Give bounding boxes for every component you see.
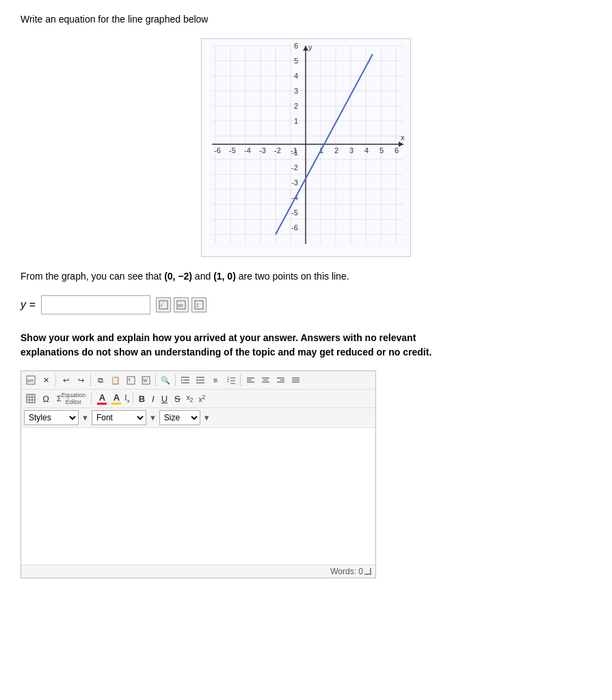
styles-arrow: ▼ [81, 414, 89, 422]
toolbar-row-1: src ✕ ↩ ↪ ⧉ 📋 T W 🔍 [21, 371, 375, 390]
align-right-btn[interactable] [274, 373, 287, 387]
x-label--5: -5 [229, 146, 236, 154]
answer-icon-group: √ ab Σ [156, 297, 207, 312]
svg-rect-64 [27, 394, 35, 403]
answer-label: y = [21, 299, 36, 311]
sep-5 [240, 374, 241, 386]
clear-format-btn[interactable]: Ix [124, 393, 129, 404]
toolbar-row-3: Styles ▼ Font ▼ Size ▼ [21, 408, 375, 428]
y-axis-label: y [308, 43, 312, 51]
sep-7 [133, 392, 133, 405]
y-label--2: -2 [291, 163, 298, 172]
y-label--3: -3 [291, 178, 298, 187]
x-axis-label: x [401, 133, 405, 142]
hint-text: From the graph, you can see that (0, −2)… [21, 271, 591, 282]
styles-dropdown[interactable]: Styles [24, 410, 79, 425]
svg-text:src: src [27, 378, 34, 383]
x-label-4: 4 [364, 146, 369, 154]
formula-icon-3[interactable]: Σ [191, 297, 207, 312]
subscript-btn[interactable]: x2 [185, 393, 196, 404]
y-axis-arrow [303, 46, 308, 51]
list-ordered-btn[interactable]: 1. 2. [224, 373, 237, 387]
instructions: Show your work and explain how you arriv… [21, 331, 591, 360]
paste-text-btn[interactable]: T [124, 373, 137, 387]
y-label--1: -1 [291, 148, 298, 157]
align-left-btn[interactable] [243, 373, 257, 387]
size-dropdown[interactable]: Size [159, 410, 200, 425]
copy-btn[interactable]: ⧉ [94, 373, 107, 387]
x-label-5: 5 [380, 146, 384, 154]
y-label--5: -5 [291, 208, 298, 217]
x-label--3: -3 [259, 146, 266, 154]
svg-text:Σ: Σ [196, 303, 200, 308]
y-label-3: 3 [294, 87, 298, 95]
y-label-1: 1 [294, 117, 298, 125]
y-label-2: 2 [294, 102, 298, 110]
x-label-2: 2 [334, 146, 338, 154]
equation-btn[interactable]: Σ EquationEditor [54, 392, 88, 405]
sep-3 [155, 374, 156, 386]
x-label--4: -4 [244, 146, 251, 154]
bold-btn[interactable]: B [136, 393, 148, 405]
omega-btn[interactable]: Ω [39, 392, 53, 405]
svg-text:W: W [143, 378, 148, 383]
x-label-6: 6 [395, 146, 399, 154]
list-indent-btn[interactable] [178, 373, 192, 387]
svg-marker-46 [196, 379, 198, 381]
underline-btn[interactable]: U [159, 393, 170, 405]
sep-4 [175, 374, 176, 386]
graph-svg: x y -6 -5 -4 -3 -2 -1 1 2 3 4 5 6 6 5 4 … [201, 38, 411, 257]
paste-word-btn[interactable]: W [139, 373, 152, 387]
formula-icon-1[interactable]: √ [156, 297, 171, 312]
table-btn[interactable] [24, 392, 38, 405]
answer-row: y = √ ab Σ [21, 295, 591, 314]
font-color-btn[interactable]: A [97, 393, 107, 405]
source-btn[interactable]: src [24, 373, 38, 387]
align-center-btn[interactable] [258, 373, 272, 387]
paste-btn[interactable]: 📋 [109, 373, 122, 387]
sep-1 [55, 374, 56, 386]
highlight-color-btn[interactable]: A [111, 393, 121, 405]
x-axis-arrow [399, 142, 403, 147]
font-dropdown[interactable]: Font [92, 410, 146, 425]
svg-marker-42 [181, 379, 183, 381]
toolbar-row-2: Ω Σ EquationEditor A A Ix B I U S x2 x2 [21, 390, 375, 408]
sep-2 [90, 374, 91, 386]
list-outdent-btn[interactable] [194, 373, 207, 387]
strikethrough-btn[interactable]: S [172, 393, 183, 405]
formula-icon-2[interactable]: ab [174, 297, 189, 312]
svg-text:T: T [128, 378, 131, 383]
justify-btn[interactable] [289, 373, 302, 387]
question-text: Write an equation for the line graphed b… [21, 14, 591, 25]
size-arrow: ▼ [203, 414, 211, 422]
y-label-6: 6 [294, 42, 298, 50]
x-label-3: 3 [349, 146, 354, 154]
italic-btn[interactable]: I [149, 393, 157, 405]
y-label--6: -6 [291, 224, 298, 232]
font-arrow: ▼ [149, 414, 157, 422]
y-label-4: 4 [294, 72, 298, 80]
x-label--6: -6 [214, 146, 221, 154]
svg-text:2.: 2. [227, 379, 230, 383]
graph-container: x y -6 -5 -4 -3 -2 -1 1 2 3 4 5 6 6 5 4 … [21, 38, 591, 257]
superscript-btn[interactable]: x2 [196, 393, 207, 404]
editor-footer: Words: 0 [21, 565, 375, 578]
editor-body[interactable] [21, 428, 375, 565]
list-unordered-btn[interactable]: ≡ [209, 373, 222, 387]
svg-text:ab: ab [178, 303, 183, 308]
expand-btn[interactable]: ✕ [39, 373, 53, 387]
y-label-5: 5 [294, 57, 298, 65]
resize-handle[interactable] [364, 568, 371, 575]
word-count: Words: 0 [330, 567, 363, 576]
answer-input[interactable] [41, 295, 150, 314]
sep-6 [91, 392, 92, 405]
text-editor: src ✕ ↩ ↪ ⧉ 📋 T W 🔍 [21, 371, 376, 578]
redo-btn[interactable]: ↪ [74, 373, 88, 387]
undo-btn[interactable]: ↩ [59, 373, 72, 387]
horizontal-grid [212, 46, 403, 234]
x-label--2: -2 [274, 146, 281, 154]
find-btn[interactable]: 🔍 [159, 373, 172, 387]
svg-text:√: √ [160, 302, 163, 308]
